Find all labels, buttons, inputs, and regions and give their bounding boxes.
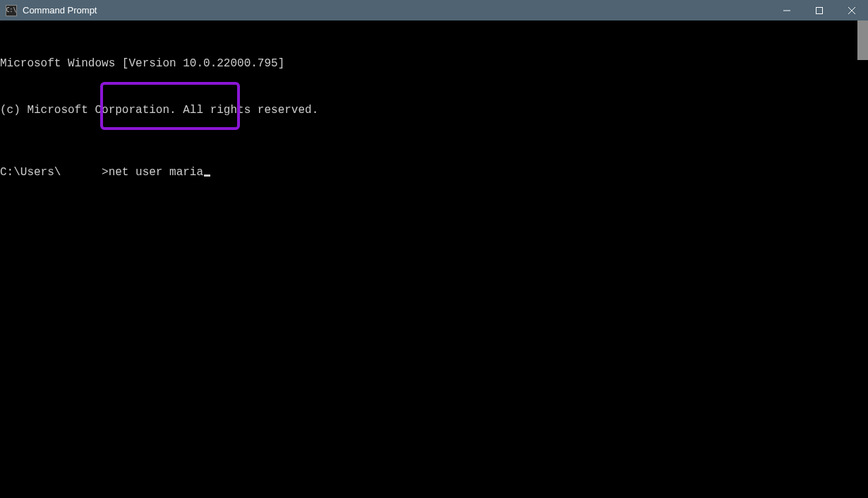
- cmd-icon: C:\: [6, 5, 17, 16]
- minimize-button[interactable]: [771, 0, 803, 20]
- window-title: Command Prompt: [23, 5, 771, 16]
- window-controls: [771, 0, 868, 20]
- svg-rect-1: [816, 7, 823, 13]
- terminal-line-version: Microsoft Windows [Version 10.0.22000.79…: [0, 56, 867, 71]
- scrollbar-thumb[interactable]: [857, 20, 868, 60]
- close-button[interactable]: [836, 0, 868, 20]
- close-icon: [848, 7, 855, 14]
- prompt-path: C:\Users\ >: [0, 166, 109, 179]
- maximize-icon: [816, 7, 823, 14]
- terminal-body[interactable]: Microsoft Windows [Version 10.0.22000.79…: [0, 20, 868, 498]
- maximize-button[interactable]: [803, 0, 836, 20]
- terminal-prompt-line: C:\Users\ >net user maria: [0, 165, 867, 180]
- prompt-command: net user maria: [109, 166, 203, 179]
- titlebar[interactable]: C:\ Command Prompt: [0, 0, 868, 20]
- text-cursor: [204, 174, 210, 177]
- minimize-icon: [783, 7, 790, 14]
- command-prompt-window: C:\ Command Prompt Microsoft Windows [Ve…: [0, 0, 868, 498]
- terminal-line-copyright: (c) Microsoft Corporation. All rights re…: [0, 102, 867, 118]
